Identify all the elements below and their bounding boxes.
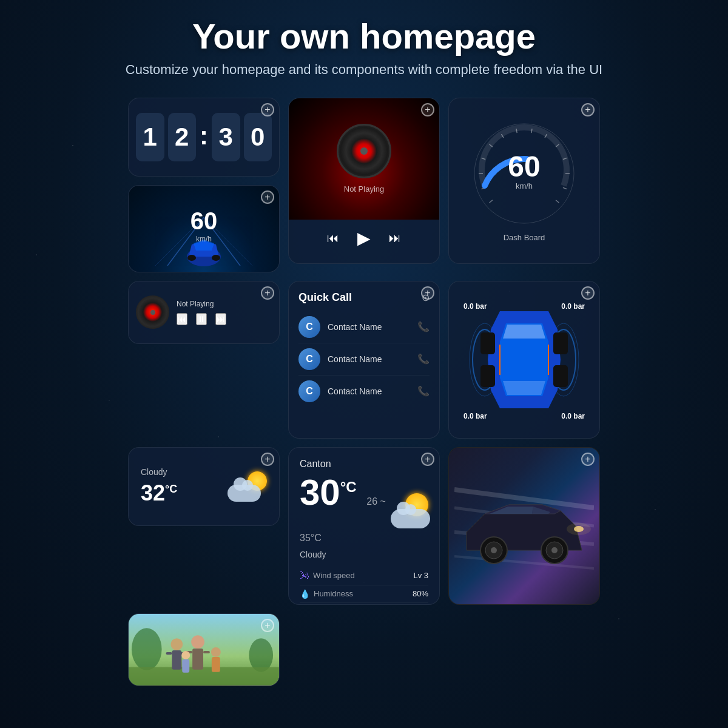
contact-avatar-3: C (298, 380, 320, 402)
quick-call-add-button[interactable]: + (421, 286, 434, 300)
quick-call-title: Quick Call (298, 291, 352, 304)
play-button-large[interactable]: ▶ (357, 228, 371, 248)
svg-point-20 (187, 255, 196, 261)
weather-large-location: Canton (300, 459, 428, 470)
vinyl-record-small (136, 295, 169, 329)
svg-rect-57 (182, 659, 189, 672)
pause-button-small[interactable]: ⏸ (196, 313, 207, 325)
wind-label: 🌬 Wind speed (300, 570, 355, 581)
family-photo-widget: + (128, 613, 280, 686)
music-player-large: + Not Playing ⏮ ▶ ⏭ (288, 98, 440, 264)
car-photo-svg (454, 471, 594, 581)
svg-point-38 (491, 547, 497, 553)
speed-car-unit: km/h (196, 235, 212, 243)
contact-name-2: Contact Name (328, 354, 417, 364)
svg-line-14 (556, 200, 559, 203)
svg-point-56 (181, 651, 190, 659)
svg-rect-26 (480, 332, 495, 354)
clock-digit-1: 1 (136, 113, 164, 161)
svg-point-52 (191, 635, 204, 649)
page-subtitle: Customize your homepage and its componen… (12, 61, 716, 79)
tire-car-svg (463, 293, 585, 426)
call-icon-3[interactable]: 📞 (417, 385, 430, 397)
music-small-info: Not Playing ⏮ ⏸ ⏭ (177, 300, 272, 325)
contact-row-3: C Contact Name 📞 (298, 376, 430, 407)
music-large-art: Not Playing (289, 98, 439, 220)
contact-avatar-2: C (298, 348, 320, 370)
gauge-unit: km/h (508, 181, 540, 190)
tire-bl-label: 0.0 bar (463, 412, 487, 420)
weather-small-add-button[interactable]: + (261, 453, 274, 466)
car-photo-widget: + (448, 447, 600, 605)
svg-rect-28 (480, 365, 495, 387)
svg-rect-47 (129, 667, 279, 685)
weather-small-widget: + Cloudy 32°C (128, 447, 280, 526)
next-button-small[interactable]: ⏭ (215, 313, 226, 325)
weather-large-temp: 30°C 26 ~ 35°C (300, 474, 391, 547)
humidity-label: 💧 Humidness (300, 589, 353, 599)
music-large-add-button[interactable]: + (421, 103, 434, 116)
speed-car-add-button[interactable]: + (261, 190, 274, 204)
contact-avatar-1: C (298, 316, 320, 338)
contact-name-1: Contact Name (328, 322, 417, 332)
svg-rect-53 (192, 649, 203, 670)
clock-digit-2: 2 (168, 113, 197, 161)
music-small-add-button[interactable]: + (261, 286, 274, 300)
contact-row-1: C Contact Name 📞 (298, 311, 430, 343)
wind-value: Lv 3 (413, 571, 428, 580)
family-photo-add-button[interactable]: + (261, 619, 274, 632)
dash-add-button[interactable]: + (581, 103, 595, 116)
call-icon-1[interactable]: 📞 (417, 321, 430, 332)
prev-button-small[interactable]: ⏮ (177, 313, 187, 325)
music-large-controls: ⏮ ▶ ⏭ (289, 220, 439, 257)
weather-small-info: Cloudy 32°C (141, 467, 177, 506)
svg-point-21 (212, 255, 220, 261)
wind-icon: 🌬 (300, 570, 309, 581)
speed-car-value: 60 (190, 207, 218, 235)
contact-name-3: Contact Name (328, 386, 417, 396)
tire-add-button[interactable]: + (581, 286, 595, 300)
svg-rect-49 (172, 650, 181, 670)
cloud-icon-large (391, 509, 430, 528)
prev-button-large[interactable]: ⏮ (327, 231, 339, 245)
dashboard-label: Dash Board (504, 233, 545, 242)
tire-pressure-widget: + 0.0 bar 0.0 bar (448, 281, 600, 439)
widget-grid: + 1 2 : 3 0 + Not Playing ⏮ ▶ ⏭ + (0, 92, 728, 692)
next-button-large[interactable]: ⏭ (389, 231, 401, 245)
svg-point-48 (170, 638, 183, 650)
quick-call-widget: + Quick Call ⊙ C Contact Name 📞 C Contac… (288, 281, 440, 439)
svg-rect-55 (203, 651, 210, 653)
tire-display: 0.0 bar 0.0 bar (463, 293, 585, 426)
svg-rect-29 (553, 365, 568, 387)
humidity-value: 80% (413, 589, 428, 598)
weather-large-temp-container: 30°C 26 ~ 35°C (300, 474, 391, 547)
svg-point-43 (567, 523, 591, 535)
contact-row-2: C Contact Name 📞 (298, 343, 430, 376)
clock-colon: : (200, 121, 208, 150)
music-small-status: Not Playing (177, 300, 272, 308)
svg-point-41 (551, 547, 558, 553)
weather-large-add-button[interactable]: + (421, 453, 434, 466)
gauge-text: 60 km/h (508, 152, 540, 190)
wind-row: 🌬 Wind speed Lv 3 (300, 567, 428, 585)
car-photo-inner (449, 448, 599, 604)
music-large-status: Not Playing (344, 184, 384, 194)
gauge-container: 60 km/h (470, 119, 579, 228)
call-icon-2[interactable]: 📞 (417, 353, 430, 365)
weather-large-icon (391, 493, 428, 528)
svg-line-1 (490, 200, 493, 203)
clock-add-button[interactable]: + (261, 103, 274, 116)
svg-rect-27 (553, 332, 568, 354)
page-title: Your own homepage (12, 17, 716, 56)
vinyl-record-large (337, 124, 391, 178)
svg-line-13 (563, 187, 567, 189)
svg-line-35 (454, 556, 594, 568)
humidity-icon: 💧 (300, 589, 310, 599)
quick-call-header: Quick Call ⊙ (298, 291, 430, 304)
car-photo-add-button[interactable]: + (581, 453, 595, 466)
weather-small-temp: 32°C (141, 480, 177, 506)
svg-rect-50 (166, 652, 172, 655)
humidity-row: 💧 Humidness 80% (300, 585, 428, 603)
speed-car-widget: + 60 km/h (128, 185, 280, 272)
family-photo-inner (129, 614, 279, 686)
